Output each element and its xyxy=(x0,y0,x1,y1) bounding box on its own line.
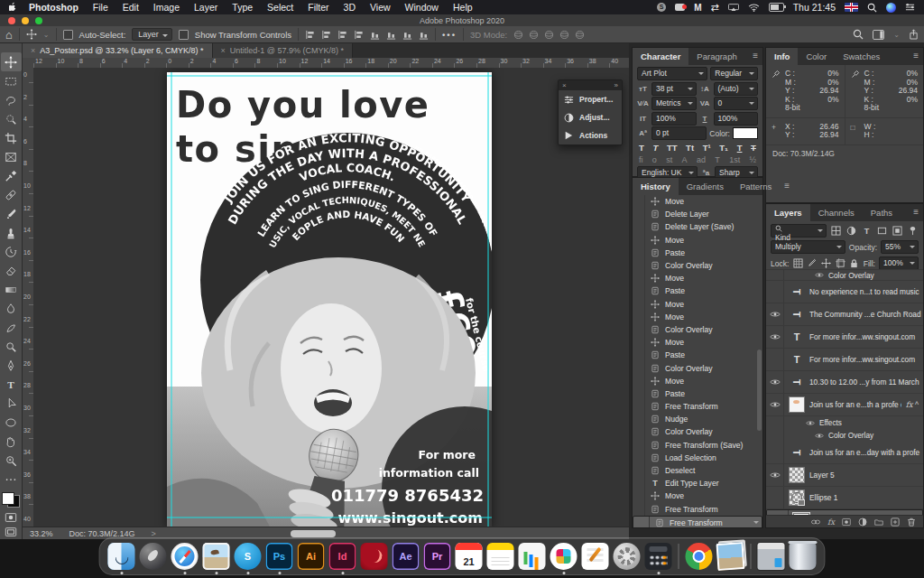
tool-edit-toolbar[interactable] xyxy=(1,470,22,489)
history-state-move[interactable]: Move xyxy=(633,272,762,284)
3d-mode-icon-2[interactable] xyxy=(529,30,539,40)
3d-mode-icon-1[interactable] xyxy=(513,30,523,40)
titling-alternates-button[interactable]: T xyxy=(715,155,720,164)
layer-effects-header[interactable]: Effects xyxy=(766,416,923,429)
blend-mode-select[interactable]: Multiply xyxy=(771,240,845,254)
effect-visibility-toggle[interactable] xyxy=(806,420,815,426)
menu-3d[interactable]: 3D xyxy=(344,2,356,13)
history-source-well[interactable] xyxy=(633,349,645,361)
history-scrollbar-thumb[interactable] xyxy=(757,350,762,431)
history-source-well[interactable] xyxy=(633,489,645,502)
history-source-well[interactable] xyxy=(633,464,645,477)
tab-character[interactable]: Character xyxy=(633,48,688,65)
zoom-level[interactable]: 33.2% xyxy=(30,529,53,538)
link-layers-icon[interactable] xyxy=(811,517,820,527)
history-state-move[interactable]: Move xyxy=(633,375,762,387)
tab-gradients[interactable]: Gradients xyxy=(679,178,732,195)
align-distribute-icon-4[interactable] xyxy=(354,30,364,40)
dock-sysprefs-icon[interactable] xyxy=(614,543,641,570)
filter-adjustment-layers-icon[interactable] xyxy=(845,226,857,236)
align-distribute-icon-6[interactable] xyxy=(386,30,396,40)
menu-filter[interactable]: Filter xyxy=(308,2,328,13)
auto-select-checkbox[interactable] xyxy=(63,30,73,40)
history-state-free-transform[interactable]: Free Transform xyxy=(633,503,762,516)
history-source-well[interactable] xyxy=(633,323,645,336)
dock-indesign-icon[interactable]: Id xyxy=(329,543,356,570)
tool-smudge[interactable] xyxy=(1,318,22,337)
tab-paragraph[interactable]: Paragraph xyxy=(688,48,744,65)
stylistic-alternates-button[interactable]: ad xyxy=(697,155,706,164)
history-state-color-overlay[interactable]: Color Overlay xyxy=(633,323,762,336)
doc-size[interactable]: Doc: 70.3M/2.14G xyxy=(69,529,135,538)
filter-smart-objects-icon[interactable] xyxy=(892,226,903,236)
tool-crop[interactable] xyxy=(1,128,22,147)
menu-select[interactable]: Select xyxy=(267,2,293,13)
layer-row-ellipse-1[interactable]: Ellipse 1 xyxy=(766,487,923,509)
layer-row-join-us-for-an-e-th-a-profe-co[interactable]: Join us for an e...th a profe copyfx ^ xyxy=(766,394,923,416)
dock-window-icon[interactable] xyxy=(758,543,785,570)
layer-row-10-30-to-12-00-y-from-11-march[interactable]: T10.30 to 12.00 ...y from 11 March xyxy=(766,371,923,394)
tool-type[interactable]: T xyxy=(1,375,22,394)
canvas-viewport[interactable]: Do you love to sing? JOIN US FOR AN EXCI… xyxy=(33,68,629,527)
history-source-well[interactable] xyxy=(633,477,645,489)
history-state-paste[interactable]: Paste xyxy=(633,247,762,259)
history-source-well[interactable] xyxy=(633,311,645,323)
faux-bold-button[interactable]: T xyxy=(639,143,644,153)
ordinals-button[interactable]: 1st xyxy=(729,155,740,164)
history-source-well[interactable] xyxy=(633,272,645,284)
tab-patterns[interactable]: Patterns xyxy=(732,178,780,195)
collapse-panel-icon[interactable]: » xyxy=(614,81,618,89)
layer-effect-row[interactable]: Color Overlay xyxy=(766,270,923,281)
dock-photos-stack-icon[interactable] xyxy=(716,542,744,571)
dock-notes-icon[interactable] xyxy=(487,543,514,570)
menu-edit[interactable]: Edit xyxy=(123,2,139,13)
dock-premiere-icon[interactable]: Pr xyxy=(424,543,451,570)
history-state-move[interactable]: Move xyxy=(633,234,762,247)
dock-pages-icon[interactable] xyxy=(582,543,609,570)
tracking-select[interactable]: 0 xyxy=(714,97,759,110)
layer-effect-row[interactable]: Color Overlay xyxy=(766,429,923,442)
subscript-button[interactable]: T₁ xyxy=(719,143,728,153)
contextual-alternates-button[interactable]: o xyxy=(652,155,657,164)
dock-acrobat-icon[interactable] xyxy=(361,543,388,570)
history-state-move[interactable]: Move xyxy=(633,195,762,208)
vertical-scale-input[interactable]: 100% xyxy=(651,112,697,126)
menu-window[interactable]: Window xyxy=(405,2,439,13)
tab-close-icon[interactable]: × xyxy=(31,46,35,55)
opacity-select[interactable]: 55% xyxy=(881,240,919,254)
all-caps-button[interactable]: TT xyxy=(667,143,678,153)
layer-thumbnail[interactable] xyxy=(789,467,805,483)
menu-image[interactable]: Image xyxy=(153,2,180,13)
history-source-well[interactable] xyxy=(633,284,645,297)
history-state-edit-type-layer[interactable]: TEdit Type Layer xyxy=(633,477,762,489)
menu-view[interactable]: View xyxy=(370,2,391,13)
history-state-deselect[interactable]: Deselect xyxy=(633,464,762,477)
history-source-well[interactable] xyxy=(633,247,645,259)
tab-info[interactable]: Info xyxy=(766,48,798,65)
collapsed-panel-actions[interactable]: Actions xyxy=(559,126,622,144)
more-options-icon[interactable]: ••• xyxy=(442,30,457,40)
workspace-switcher-icon[interactable] xyxy=(873,30,884,40)
menu-layer[interactable]: Layer xyxy=(194,2,217,13)
history-source-well[interactable] xyxy=(633,259,645,272)
tool-dodge[interactable] xyxy=(1,337,22,356)
history-source-well[interactable] xyxy=(633,375,645,387)
history-source-well[interactable] xyxy=(633,208,645,220)
history-source-well[interactable] xyxy=(633,503,645,516)
history-state-load-selection[interactable]: Load Selection xyxy=(633,452,762,464)
document-tab[interactable]: ×Untitled-1 @ 57.9% (CMYK/8) * xyxy=(213,43,353,58)
tool-blur[interactable] xyxy=(1,299,22,318)
filter-toggle-icon[interactable] xyxy=(907,226,919,236)
home-icon[interactable]: ⌂ xyxy=(5,28,13,42)
swash-button[interactable]: A xyxy=(682,155,688,164)
layer-row-no-experience-n-t-to-read-musi[interactable]: TNo experience n...t to read music xyxy=(766,281,923,303)
3d-mode-icon-4[interactable] xyxy=(559,30,569,40)
lock-artboard-icon[interactable] xyxy=(835,258,845,268)
panel-menu-icon[interactable]: ≡ xyxy=(909,48,923,65)
baseline-shift-input[interactable]: 0 pt xyxy=(651,126,707,140)
ligatures-button[interactable]: fi xyxy=(639,155,643,164)
layer-visibility-toggle[interactable] xyxy=(766,270,784,280)
dock-chrome-icon[interactable] xyxy=(686,543,713,570)
panel-menu-icon[interactable]: ≡ xyxy=(909,204,923,221)
discretionary-ligatures-button[interactable]: st xyxy=(666,155,672,164)
